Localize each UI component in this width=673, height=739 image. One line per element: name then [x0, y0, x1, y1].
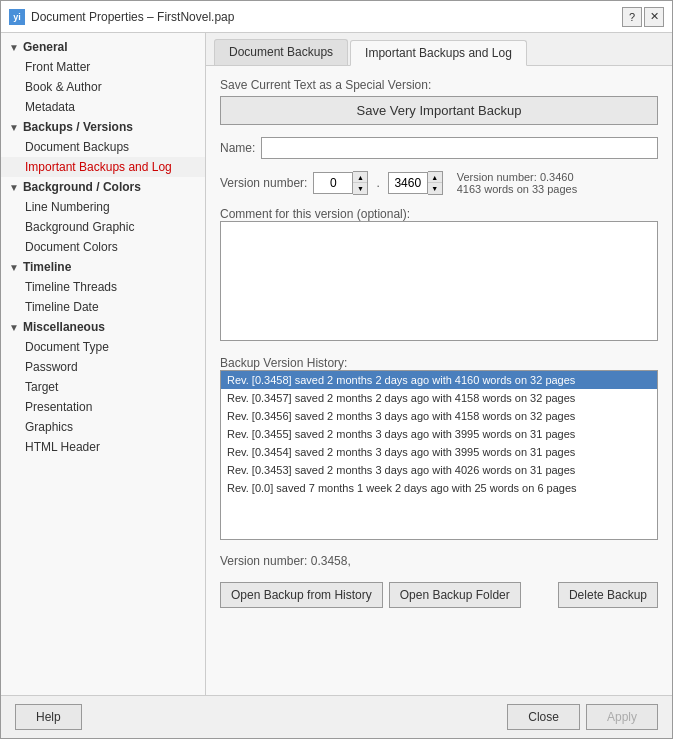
sidebar-item-password[interactable]: Password: [1, 357, 205, 377]
help-button[interactable]: Help: [15, 704, 82, 730]
minor-spinner-buttons: ▲ ▼: [428, 171, 443, 195]
major-version-spinner: 0 ▲ ▼: [313, 171, 368, 195]
close-button[interactable]: ✕: [644, 7, 664, 27]
sidebar-item-presentation[interactable]: Presentation: [1, 397, 205, 417]
sidebar-item-book-author[interactable]: Book & Author: [1, 77, 205, 97]
minor-version-spinner: 3460 ▲ ▼: [388, 171, 443, 195]
footer-right: Close Apply: [507, 704, 658, 730]
backup-list-item[interactable]: Rev. [0.3456] saved 2 months 3 days ago …: [221, 407, 657, 425]
title-bar-left: yi Document Properties – FirstNovel.pap: [9, 9, 234, 25]
version-info: Version number: 0.3460 4163 words on 33 …: [457, 171, 577, 195]
sidebar-item-timeline-threads[interactable]: Timeline Threads: [1, 277, 205, 297]
dot-separator: .: [376, 176, 379, 190]
sidebar-group-backups-label: Backups / Versions: [23, 120, 133, 134]
version-info-line2: 4163 words on 33 pages: [457, 183, 577, 195]
minor-increment-button[interactable]: ▲: [428, 172, 442, 183]
name-field-row: Name:: [220, 137, 658, 159]
sidebar-group-misc[interactable]: ▼ Miscellaneous: [1, 317, 205, 337]
minor-version-input[interactable]: 3460: [388, 172, 428, 194]
comment-label: Comment for this version (optional):: [220, 207, 658, 221]
version-number-display: Version number: 0.3458,: [220, 554, 658, 568]
version-label: Version number:: [220, 176, 307, 190]
sidebar-item-timeline-date[interactable]: Timeline Date: [1, 297, 205, 317]
sidebar-group-background[interactable]: ▼ Background / Colors: [1, 177, 205, 197]
title-buttons: ? ✕: [622, 7, 664, 27]
help-button[interactable]: ?: [622, 7, 642, 27]
backup-history-section: Backup Version History: Rev. [0.3458] sa…: [220, 352, 658, 540]
sidebar-group-misc-label: Miscellaneous: [23, 320, 105, 334]
save-current-label: Save Current Text as a Special Version:: [220, 78, 658, 92]
arrow-icon: ▼: [9, 322, 19, 333]
name-label: Name:: [220, 141, 255, 155]
tabs: Document Backups Important Backups and L…: [206, 33, 672, 66]
sidebar-item-document-colors[interactable]: Document Colors: [1, 237, 205, 257]
save-section: Save Current Text as a Special Version: …: [220, 78, 658, 125]
sidebar-item-important-backups[interactable]: Important Backups and Log: [1, 157, 205, 177]
backup-list-item[interactable]: Rev. [0.3458] saved 2 months 2 days ago …: [221, 371, 657, 389]
delete-backup-button[interactable]: Delete Backup: [558, 582, 658, 608]
version-row: Version number: 0 ▲ ▼ . 3460 ▲ ▼: [220, 171, 658, 195]
tab-document-backups[interactable]: Document Backups: [214, 39, 348, 65]
arrow-icon: ▼: [9, 42, 19, 53]
sidebar-item-graphics[interactable]: Graphics: [1, 417, 205, 437]
open-backup-button[interactable]: Open Backup from History: [220, 582, 383, 608]
version-info-line1: Version number: 0.3460: [457, 171, 577, 183]
sidebar: ▼ General Front Matter Book & Author Met…: [1, 33, 206, 695]
close-button[interactable]: Close: [507, 704, 580, 730]
footer: Help Close Apply: [1, 695, 672, 738]
sidebar-item-document-type[interactable]: Document Type: [1, 337, 205, 357]
sidebar-group-background-label: Background / Colors: [23, 180, 141, 194]
sidebar-group-general[interactable]: ▼ General: [1, 37, 205, 57]
apply-button[interactable]: Apply: [586, 704, 658, 730]
backup-buttons: Open Backup from History Open Backup Fol…: [220, 582, 658, 608]
main-panel: Document Backups Important Backups and L…: [206, 33, 672, 695]
sidebar-group-backups[interactable]: ▼ Backups / Versions: [1, 117, 205, 137]
major-decrement-button[interactable]: ▼: [353, 183, 367, 194]
backup-list-item[interactable]: Rev. [0.3454] saved 2 months 3 days ago …: [221, 443, 657, 461]
app-icon: yi: [9, 9, 25, 25]
sidebar-item-target[interactable]: Target: [1, 377, 205, 397]
backup-list-item[interactable]: Rev. [0.3455] saved 2 months 3 days ago …: [221, 425, 657, 443]
comment-textarea[interactable]: [220, 221, 658, 341]
minor-decrement-button[interactable]: ▼: [428, 183, 442, 194]
sidebar-group-general-label: General: [23, 40, 68, 54]
sidebar-item-document-backups[interactable]: Document Backups: [1, 137, 205, 157]
tab-important-backups[interactable]: Important Backups and Log: [350, 40, 527, 66]
backup-list-item[interactable]: Rev. [0.3457] saved 2 months 2 days ago …: [221, 389, 657, 407]
open-folder-button[interactable]: Open Backup Folder: [389, 582, 521, 608]
tab-content: Save Current Text as a Special Version: …: [206, 66, 672, 695]
backup-list[interactable]: Rev. [0.3458] saved 2 months 2 days ago …: [220, 370, 658, 540]
major-increment-button[interactable]: ▲: [353, 172, 367, 183]
content-area: ▼ General Front Matter Book & Author Met…: [1, 33, 672, 695]
sidebar-group-timeline-label: Timeline: [23, 260, 71, 274]
arrow-icon: ▼: [9, 182, 19, 193]
backup-list-item[interactable]: Rev. [0.0] saved 7 months 1 week 2 days …: [221, 479, 657, 497]
backup-list-item[interactable]: Rev. [0.3453] saved 2 months 3 days ago …: [221, 461, 657, 479]
sidebar-item-html-header[interactable]: HTML Header: [1, 437, 205, 457]
save-very-important-button[interactable]: Save Very Important Backup: [220, 96, 658, 125]
sidebar-item-line-numbering[interactable]: Line Numbering: [1, 197, 205, 217]
arrow-icon: ▼: [9, 122, 19, 133]
title-bar: yi Document Properties – FirstNovel.pap …: [1, 1, 672, 33]
major-version-input[interactable]: 0: [313, 172, 353, 194]
sidebar-group-timeline[interactable]: ▼ Timeline: [1, 257, 205, 277]
sidebar-item-metadata[interactable]: Metadata: [1, 97, 205, 117]
main-window: yi Document Properties – FirstNovel.pap …: [0, 0, 673, 739]
name-input[interactable]: [261, 137, 658, 159]
window-title: Document Properties – FirstNovel.pap: [31, 10, 234, 24]
sidebar-item-front-matter[interactable]: Front Matter: [1, 57, 205, 77]
comment-section: Comment for this version (optional):: [220, 203, 658, 344]
sidebar-item-background-graphic[interactable]: Background Graphic: [1, 217, 205, 237]
arrow-icon: ▼: [9, 262, 19, 273]
backup-history-label: Backup Version History:: [220, 356, 658, 370]
major-spinner-buttons: ▲ ▼: [353, 171, 368, 195]
